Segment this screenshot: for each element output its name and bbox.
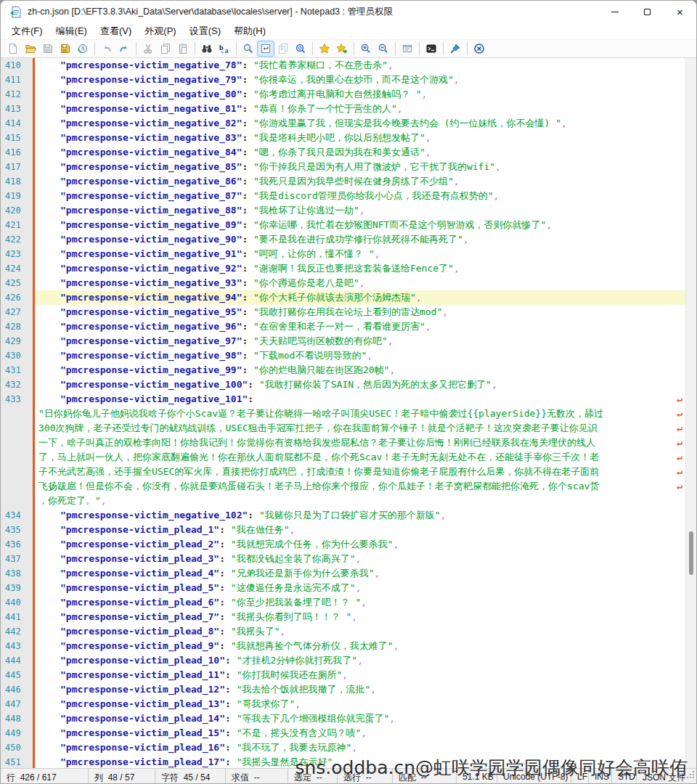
code-line[interactable]: "pmcresponse-victim_plead_13": "哥我求你了",	[35, 697, 685, 711]
code-line[interactable]: "pmcresponse-victim_plead_9": "我就想再捡个气体分…	[35, 639, 685, 653]
watermark: sns.oddba.cn@虹咲学园学园偶像同好会高咲侑	[295, 756, 688, 780]
svg-text:a: a	[225, 46, 229, 54]
code-line[interactable]: "pmcresponse-victim_plead_11": "你打我时候我还在…	[35, 668, 685, 682]
code-line[interactable]: "pmcresponse-victim_plead_2": "我就想完成个任务，…	[35, 537, 685, 552]
code-line[interactable]: "pmcresponse-victim_negative_82": "你游戏里赢…	[35, 116, 685, 131]
close-button[interactable]: ×	[664, 1, 696, 23]
code-line[interactable]: "pmcresponse-victim_negative_99": "你的烂电脑…	[35, 363, 685, 377]
word-wrap-button[interactable]	[257, 41, 274, 57]
editor-row: 410"pmcresponse-victim_negative_78": "我忙…	[1, 58, 696, 73]
menu-help[interactable]: 帮助(H)	[227, 23, 272, 39]
file-history-button[interactable]	[74, 41, 91, 57]
code-line[interactable]: "pmcresponse-victim_negative_79": "你很幸运，…	[35, 73, 685, 87]
settings-button[interactable]	[399, 41, 416, 57]
code-line[interactable]: "pmcresponse-victim_negative_90": "要不是我在…	[35, 232, 685, 247]
code-line[interactable]: "pmcresponse-victim_negative_85": "你干掉我只…	[35, 160, 685, 174]
code-line[interactable]: "pmcresponse-victim_negative_81": "恭喜！你杀…	[35, 102, 685, 116]
menu-settings[interactable]: 设置(S)	[183, 23, 227, 39]
editor-area[interactable]: 410"pmcresponse-victim_negative_78": "我忙…	[1, 58, 696, 768]
save-as-button[interactable]	[57, 41, 74, 57]
editor-row: 423"pmcresponse-victim_negative_91": "呵呵…	[1, 247, 696, 261]
code-line[interactable]: "pmcresponse-victim_negative_95": "我敢打赌你…	[35, 305, 685, 319]
code-line[interactable]: "pmcresponse-victim_negative_84": "嗯，你杀了…	[35, 145, 685, 160]
code-line[interactable]: "pmcresponse-victim_negative_83": "我是塔科夫…	[35, 131, 685, 145]
code-line[interactable]: "pmcresponse-victim_plead_14": "等我去下几个增强…	[35, 711, 685, 726]
add-favorite-button[interactable]	[333, 41, 351, 57]
menu-view[interactable]: 查看(V)	[94, 23, 138, 39]
zoom-in-button[interactable]	[357, 41, 375, 57]
code-line[interactable]: 一下，啥子叫真正的双枪李向阳！你给我记到！你觉得你有资格给我发些屁私信？老子要让…	[35, 436, 685, 450]
code-line[interactable]: "pmcresponse-victim_negative_78": "我忙着养家…	[35, 58, 685, 73]
editor-row: 443"pmcresponse-victim_plead_9": "我就想再捡个…	[1, 639, 696, 653]
scrollbar-thumb[interactable]	[689, 531, 693, 575]
code-line[interactable]: "pmcresponse-victim_negative_91": "呵呵，让你…	[35, 247, 685, 261]
line-number: 428	[1, 319, 33, 334]
menu-file[interactable]: 文件(F)	[5, 23, 49, 39]
new-file-button[interactable]	[4, 41, 22, 57]
code-line[interactable]: "pmcresponse-victim_plead_12": "我去恰个饭就把我…	[35, 682, 685, 697]
replace-button[interactable]: ba	[216, 41, 233, 57]
code-line[interactable]: "pmcresponse-victim_plead_7": "我摇头你看到了吗！…	[35, 610, 685, 624]
code-line[interactable]: "pmcresponse-victim_plead_5": "这傻逼任务是永远完…	[35, 581, 685, 595]
console-button[interactable]	[423, 41, 440, 57]
zoom-out-button[interactable]	[375, 41, 392, 57]
code-line[interactable]: "pmcresponse-victim_negative_89": "你幸运哪，…	[35, 218, 685, 232]
copy-history-button[interactable]	[274, 41, 292, 57]
copy-button[interactable]	[157, 41, 174, 57]
vertical-scrollbar[interactable]	[685, 58, 696, 768]
cut-button[interactable]	[139, 41, 157, 57]
code-line[interactable]: "pmcresponse-victim_negative_101": ↵	[35, 392, 685, 407]
zoom-selection-button[interactable]	[292, 41, 309, 57]
editor-row: 飞扬跋扈！但是你不会，你没有，你就是要鸡蛋碰石头！老子马上给你来个报应，你个瓜娃…	[1, 479, 696, 494]
code-line[interactable]: "pmcresponse-victim_plead_16": "我不玩了，我要去…	[35, 740, 685, 755]
code-line[interactable]: "pmcresponse-victim_negative_96": "在宿舍里和…	[35, 319, 685, 334]
code-line[interactable]: "pmcresponse-victim_negative_94": "你个大耗子…	[35, 290, 685, 305]
maximize-button[interactable]	[631, 1, 664, 23]
code-line[interactable]: "pmcresponse-victim_negative_80": "你考虑过离…	[35, 87, 685, 102]
find-button[interactable]	[198, 41, 216, 57]
code-line[interactable]: "pmcresponse-victim_plead_15": "不是，摇头没有含…	[35, 726, 685, 740]
undo-button[interactable]	[98, 41, 115, 57]
code-line[interactable]: "pmcresponse-victim_negative_92": "谢谢啊！我…	[35, 261, 685, 276]
line-number	[1, 450, 33, 465]
code-line[interactable]: 飞扬跋扈！但是你不会，你没有，你就是要鸡蛋碰石头！老子马上给你来个报应，你个瓜娃…	[35, 479, 685, 494]
code-line[interactable]: 了，马上就叫一伙人，把你家底翻遍偷光！你在那伙人面前屁都不是，你个死Scav！老…	[35, 450, 685, 465]
code-line[interactable]: "pmcresponse-victim_plead_10": "才挂机2分钟你就…	[35, 653, 685, 668]
editor-row: 439"pmcresponse-victim_plead_5": "这傻逼任务是…	[1, 581, 696, 595]
exit-button[interactable]	[470, 41, 488, 57]
code-line[interactable]: "pmcresponse-victim_negative_87": "我是dis…	[35, 189, 685, 203]
menu-appearance[interactable]: 外观(P)	[138, 23, 182, 39]
favorites-button[interactable]	[316, 41, 333, 57]
code-line[interactable]: "pmcresponse-victim_negative_97": "天天贴吧骂…	[35, 334, 685, 348]
save-button[interactable]	[39, 41, 57, 57]
code-line[interactable]: 300次狗牌，老子还受过专门的鱿鸡战训练，USEC狙击手冠军扛把子，你在我面前算…	[35, 421, 685, 436]
pin-button[interactable]	[447, 41, 464, 57]
editor-row: 433"pmcresponse-victim_negative_101": ↵	[1, 392, 696, 407]
line-number: 446	[1, 682, 33, 697]
editor-row: 422"pmcresponse-victim_negative_90": "要不…	[1, 232, 696, 247]
redo-button[interactable]	[115, 41, 133, 57]
line-number: 444	[1, 653, 33, 668]
code-line[interactable]: 子不光武艺高强，还手握全USEC的军火库，直接把你打成鸡巴，打成渣渣！你要是知道…	[35, 465, 685, 479]
code-line[interactable]: "pmcresponse-victim_negative_98": "下载mod…	[35, 348, 685, 363]
code-line[interactable]: "pmcresponse-victim_plead_1": "我在做任务",	[35, 523, 685, 537]
open-file-button[interactable]	[22, 41, 39, 57]
code-line[interactable]: ，你死定了。",	[35, 494, 685, 508]
code-line[interactable]: "pmcresponse-victim_plead_6": "你至少把我装备埋了…	[35, 595, 685, 610]
code-line[interactable]: "pmcresponse-victim_negative_102": "我赌你只…	[35, 508, 685, 523]
menu-edit[interactable]: 编辑(E)	[49, 23, 94, 39]
minimize-button[interactable]	[598, 1, 631, 23]
code-line[interactable]: "pmcresponse-victim_negative_93": "你个蹲逼你…	[35, 276, 685, 290]
line-number: 414	[1, 116, 33, 131]
code-line[interactable]: "pmcresponse-victim_negative_86": "我死只是因…	[35, 174, 685, 189]
paste-button[interactable]	[174, 41, 192, 57]
editor-row: 300次狗牌，老子还受过专门的鱿鸡战训练，USEC狙击手冠军扛把子，你在我面前算…	[1, 421, 696, 436]
line-number: 435	[1, 523, 33, 537]
code-line[interactable]: "pmcresponse-victim_negative_88": "我枪坏了让…	[35, 203, 685, 218]
code-line[interactable]: "pmcresponse-victim_negative_100": "我敢打赌…	[35, 377, 685, 392]
code-line[interactable]: "pmcresponse-victim_plead_4": "兄弟我还是新手你为…	[35, 566, 685, 581]
code-line[interactable]: "pmcresponse-victim_plead_3": "我都没钱起全装了你…	[35, 552, 685, 566]
zoom-view-button[interactable]	[240, 41, 257, 57]
code-line[interactable]: "pmcresponse-victim_plead_8": "我摇头了",	[35, 624, 685, 639]
code-line[interactable]: "日你妈你龟儿子他妈说我啥子你个小Scav逼？老子要让你晓得一哈啥子叫顶尖USE…	[35, 407, 685, 421]
